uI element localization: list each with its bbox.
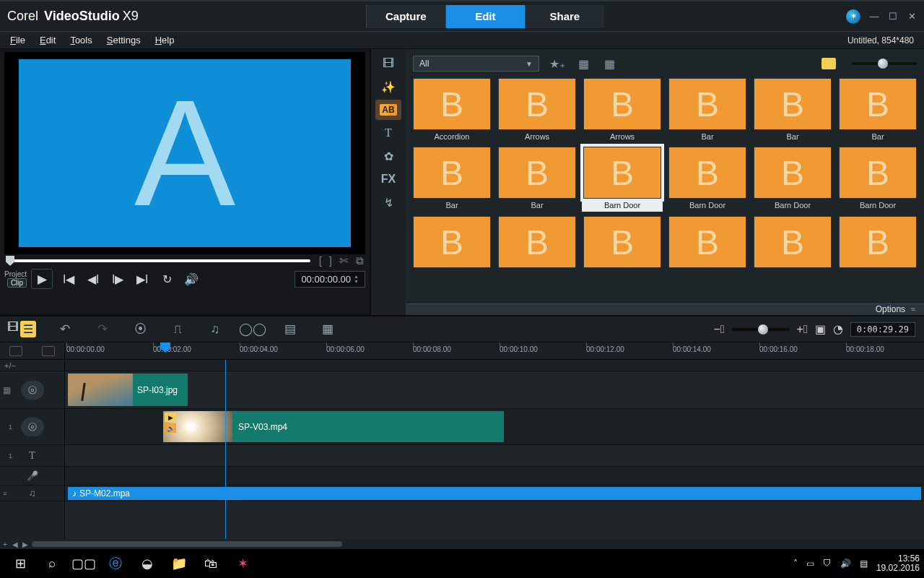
maximize-icon[interactable]: ☐ <box>888 12 898 22</box>
transition-thumb[interactable]: BBarn Door <box>837 147 918 212</box>
mode-tab-edit[interactable]: Edit <box>445 5 525 28</box>
libtab-graphic[interactable]: ✿ <box>375 146 401 166</box>
transition-thumb[interactable]: BBar <box>667 78 748 142</box>
track-voice-icon[interactable]: 🎤 <box>27 470 38 481</box>
transition-thumb[interactable]: BArrows <box>582 78 663 142</box>
go-end-icon[interactable]: ▶I <box>134 270 151 288</box>
steam-icon[interactable]: ◒ <box>131 549 163 578</box>
lib-icon-a[interactable]: ▦ <box>575 56 591 72</box>
libtab-path[interactable]: ↯ <box>375 192 401 212</box>
timeline-zoom-slider[interactable] <box>732 328 790 331</box>
libtab-filter[interactable]: FX <box>375 169 401 189</box>
menu-tools[interactable]: Tools <box>70 35 92 46</box>
markout-icon[interactable]: ] <box>329 254 332 267</box>
clip-music[interactable]: ♪SP-M02.mpa <box>68 487 921 500</box>
mode-tab-share[interactable]: Share <box>525 5 604 28</box>
store-icon[interactable]: 🛍 <box>195 549 227 578</box>
menu-edit[interactable]: Edit <box>40 35 56 46</box>
transition-thumb[interactable]: BBarn Door <box>582 147 663 212</box>
multiview-icon[interactable]: ▦ <box>319 321 336 338</box>
edge-icon[interactable]: ⓔ <box>100 549 131 578</box>
volume-icon[interactable]: 🔊 <box>183 270 200 288</box>
battery-icon[interactable]: ▭ <box>806 558 814 569</box>
scrub-track[interactable] <box>13 259 310 262</box>
transition-thumb[interactable]: BBarn Door <box>667 147 748 212</box>
subtitle-icon[interactable]: ▤ <box>282 321 299 338</box>
update-icon[interactable]: ✶ <box>846 9 860 24</box>
menu-help[interactable]: Help <box>155 35 175 46</box>
clip-video2[interactable]: ▶🔊 SP-V03.mp4 <box>163 411 504 442</box>
track-overlay-icon[interactable]: ⦾ <box>21 418 44 436</box>
auto-music-icon[interactable]: ♫ <box>206 321 224 338</box>
network-icon[interactable]: ⛉ <box>823 558 832 569</box>
markin-icon[interactable]: [ <box>319 254 322 267</box>
zoomout-icon[interactable]: −⃝ <box>713 323 724 336</box>
clip-video1[interactable]: SP-I03.jpg <box>68 374 188 406</box>
duration-icon[interactable]: ◔ <box>833 322 843 336</box>
track-icon[interactable]: ◯◯ <box>244 321 261 338</box>
timeline-view-icon[interactable]: ☰ <box>20 321 36 337</box>
timeline-ruler[interactable]: 00:00:00.0000:00:02.0000:00:04.0000:00:0… <box>0 342 924 360</box>
minimize-icon[interactable]: — <box>869 12 879 22</box>
transition-thumb[interactable]: B <box>497 216 578 280</box>
transition-thumb[interactable]: B <box>667 216 748 280</box>
action-center-icon[interactable]: ▤ <box>860 558 868 569</box>
explorer-icon[interactable]: 📁 <box>163 549 195 578</box>
mode-tab-capture[interactable]: Capture <box>366 5 445 28</box>
go-start-icon[interactable]: I◀ <box>60 270 77 288</box>
zoomin-icon[interactable]: +⃝ <box>797 323 808 336</box>
ruler-tool-b[interactable] <box>42 346 55 356</box>
mode-clip-label[interactable]: Clip <box>7 278 27 288</box>
timeline-hscroll[interactable]: +◀▶ <box>0 539 924 549</box>
transition-thumb[interactable]: BBar <box>411 147 492 212</box>
sound-mixer-icon[interactable]: ⎍ <box>169 321 186 338</box>
transition-thumb[interactable]: BAccordion <box>411 78 492 142</box>
fit-icon[interactable]: ▣ <box>815 322 826 336</box>
play-button[interactable]: ▶ <box>31 269 53 289</box>
favorite-icon[interactable]: ★₊ <box>549 56 565 72</box>
redo-icon[interactable]: ↷ <box>94 321 111 338</box>
track-video-icon[interactable]: ⦾ <box>21 381 44 400</box>
scrub-handle[interactable] <box>6 256 14 266</box>
start-icon[interactable]: ⊞ <box>4 549 36 578</box>
cut-icon[interactable]: ✄ <box>339 254 349 267</box>
lib-icon-b[interactable]: ▦ <box>601 56 617 72</box>
taskbar-search-icon[interactable]: ⌕ <box>36 549 68 578</box>
transition-thumb[interactable]: B <box>837 216 918 280</box>
transition-thumb[interactable]: BBarn Door <box>752 147 833 212</box>
transition-thumb[interactable]: B <box>752 216 833 280</box>
tray-expand-icon[interactable]: ˄ <box>793 558 798 569</box>
options-expander[interactable]: Options ≈ <box>406 303 924 315</box>
library-zoom-slider[interactable] <box>852 62 917 65</box>
track-music-icon[interactable]: ♫ <box>29 488 36 499</box>
transition-thumb[interactable]: BBar <box>752 78 833 142</box>
task-view-icon[interactable]: ▢▢ <box>68 549 100 578</box>
transition-thumb[interactable]: BArrows <box>497 78 578 142</box>
menu-file[interactable]: File <box>10 35 25 46</box>
preview-timecode[interactable]: 00:00:00.00 ▲▼ <box>295 271 365 288</box>
library-filter-select[interactable]: All▼ <box>413 56 539 72</box>
transition-thumb[interactable]: BBar <box>497 147 578 212</box>
transition-thumb[interactable]: BBar <box>837 78 918 142</box>
preview-canvas[interactable]: A <box>4 52 365 254</box>
menu-settings[interactable]: Settings <box>107 35 141 46</box>
transition-thumb[interactable]: B <box>411 216 492 280</box>
taskbar-clock[interactable]: 13:56 19.02.2016 <box>876 554 920 573</box>
undo-icon[interactable]: ↶ <box>56 321 74 338</box>
mode-project-label[interactable]: Project <box>4 270 27 278</box>
storyboard-view-icon[interactable]: 🎞 <box>7 321 19 337</box>
next-frame-icon[interactable]: I▶ <box>109 270 126 288</box>
repeat-icon[interactable]: ↻ <box>158 270 175 288</box>
libtab-media[interactable]: 🎞 <box>375 53 401 74</box>
record-icon[interactable]: ⦿ <box>131 321 149 338</box>
transition-thumb[interactable]: B <box>582 216 663 280</box>
libtab-instant[interactable]: ✨ <box>375 77 401 97</box>
ruler-tool-a[interactable] <box>9 346 22 356</box>
videostudio-taskbar-icon[interactable]: ✶ <box>227 549 258 578</box>
volume-tray-icon[interactable]: 🔊 <box>840 558 851 569</box>
timeline-canvas[interactable]: SP-I03.jpg ▶🔊 SP-V03.mp4 ♪SP-M02.mpa <box>65 360 924 539</box>
close-icon[interactable]: ✕ <box>907 12 917 22</box>
track-title-icon[interactable]: T <box>29 450 35 462</box>
thumbnail-view-icon[interactable] <box>821 58 836 69</box>
split-icon[interactable]: ⧉ <box>356 254 364 267</box>
